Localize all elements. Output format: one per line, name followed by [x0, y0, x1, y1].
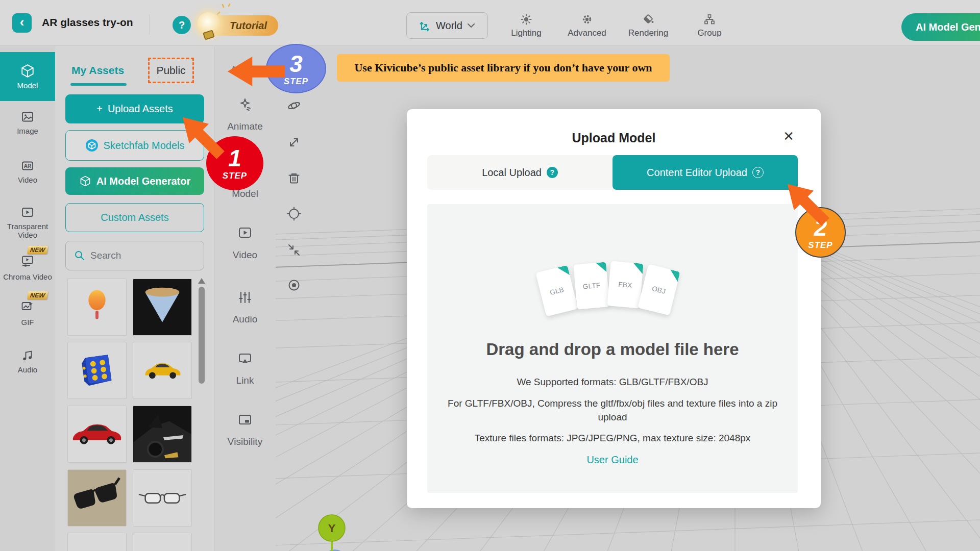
divider [150, 14, 150, 35]
asset-thumb-empty[interactable] [67, 533, 127, 551]
chevron-down-icon [467, 23, 475, 28]
image-icon [20, 110, 35, 124]
ar-badge-icon: AR [20, 159, 35, 173]
action-video[interactable]: Video [214, 226, 276, 261]
active-tab-underline [70, 83, 127, 86]
asset-thumb-cone[interactable] [133, 279, 192, 336]
asset-thumb-red-car[interactable] [67, 406, 127, 463]
asset-thumb-black-car[interactable] [133, 406, 192, 463]
ai-model-generator-button[interactable]: AI Model Generator [65, 167, 204, 195]
dropzone[interactable]: GLB GLTF FBX OBJ Drag and drop a model f… [427, 204, 798, 493]
upload-tabs: Local Upload ? Content Editor Upload ? [427, 155, 798, 190]
expand-button[interactable] [286, 135, 302, 150]
supported-formats-text: We Supported formats: GLB/GLTF/FBX/OBJ [427, 377, 798, 388]
asset-thumb-dice[interactable] [67, 342, 127, 399]
sidebar-item-audio[interactable]: Audio [0, 348, 55, 374]
tab-local-upload[interactable]: Local Upload ? [427, 155, 612, 190]
tutorial-tooltip: Use Kivicube’s public asset library if y… [337, 54, 670, 82]
play-video-icon [237, 226, 253, 241]
question-icon: ? [547, 167, 558, 178]
sidebar: Model Image AR Video Transparent Video N… [0, 46, 55, 551]
new-badge: NEW [27, 246, 48, 254]
close-icon: ✕ [783, 129, 794, 144]
play-video-icon [20, 205, 35, 219]
sketchfab-logo-icon [85, 139, 99, 152]
action-visibility[interactable]: Visibility [214, 412, 276, 447]
orbit-icon [286, 98, 302, 113]
texture-formats-text: Texture files formats: JPG/JPEG/PNG, max… [427, 433, 798, 444]
orbit-rotate-button[interactable] [286, 98, 302, 113]
search-icon [74, 250, 85, 261]
topbar: ‹ AR glasses try-on ? Tutorial World Lig… [0, 0, 980, 46]
ai-model-generator-topbar-button[interactable]: AI Model Generator [901, 13, 980, 41]
tab-my-assets[interactable]: My Assets [71, 64, 124, 77]
scrollbar-thumb[interactable] [199, 287, 205, 384]
action-link[interactable]: Link [214, 351, 276, 386]
tab-content-editor-upload[interactable]: Content Editor Upload ? [612, 155, 798, 190]
sidebar-item-transparent-video[interactable]: Transparent Video [0, 205, 55, 240]
delete-button[interactable] [286, 171, 302, 186]
question-icon: ? [752, 167, 764, 178]
asset-thumb-eyeglasses[interactable] [133, 469, 192, 527]
world-label: World [436, 20, 462, 32]
tab-public[interactable]: Public [148, 58, 194, 83]
upload-model-dialog: Upload Model ✕ Local Upload ? Content Ed… [407, 109, 821, 508]
world-space-dropdown[interactable]: World [406, 12, 488, 39]
page-title: AR glasses try-on [42, 16, 133, 29]
layout-visibility-icon [237, 412, 253, 428]
trash-icon [286, 171, 302, 186]
close-button[interactable]: ✕ [783, 129, 794, 144]
sidebar-item-chroma-video[interactable]: NEW Chroma Video [0, 254, 55, 282]
translate-gizmo[interactable]: Y [318, 515, 347, 551]
tool-lighting[interactable]: Lighting [496, 13, 557, 38]
asset-thumb-yellow-car[interactable] [133, 342, 192, 399]
focus-target-button[interactable] [286, 206, 302, 221]
asset-thumb-lantern[interactable] [67, 279, 127, 336]
asset-thumb-sunglasses[interactable] [67, 469, 127, 527]
tool-advanced[interactable]: Advanced [556, 13, 618, 38]
axis-icon [419, 19, 431, 32]
search-input[interactable] [90, 250, 195, 261]
cube-icon [79, 175, 91, 187]
scroll-up-icon[interactable] [198, 278, 205, 284]
cube-icon [20, 63, 35, 79]
tool-rendering[interactable]: Rendering [618, 13, 679, 38]
help-button[interactable]: ? [173, 16, 191, 34]
gizmo-y-label: Y [328, 522, 336, 535]
sun-icon [520, 13, 532, 26]
question-icon: ? [179, 19, 185, 31]
sidebar-item-image[interactable]: Image [0, 110, 55, 135]
collapse-icon [286, 242, 302, 258]
file-card-glb: GLB [535, 265, 578, 317]
file-card-fbx: FBX [607, 261, 643, 308]
sliders-icon [237, 290, 253, 305]
sidebar-item-ar-video[interactable]: AR Video [0, 159, 55, 184]
music-note-icon [20, 348, 35, 363]
action-audio[interactable]: Audio [214, 290, 276, 325]
eye-focus-button[interactable] [286, 278, 302, 293]
user-guide-link[interactable]: User Guide [427, 454, 798, 466]
tool-group[interactable]: Group [679, 13, 740, 38]
collapse-button[interactable] [286, 242, 302, 258]
zip-instructions-text: For GLTF/FBX/OBJ, Compress the gltf/fbx/… [439, 397, 786, 424]
lightbulb-icon [197, 12, 220, 36]
action-animate[interactable]: Animate [214, 97, 276, 132]
paint-bucket-icon [642, 13, 654, 26]
gif-icon [20, 299, 35, 314]
search-box [65, 241, 204, 270]
sidebar-item-model[interactable]: Model [0, 52, 55, 101]
sparkle-icon [215, 3, 236, 15]
new-badge: NEW [27, 291, 48, 299]
actions-column: Assets Animate Model Video Audio Link Vi… [214, 46, 276, 551]
hierarchy-icon [703, 13, 716, 26]
sparkle-icon [237, 97, 253, 112]
sidebar-item-gif[interactable]: NEW GIF [0, 299, 55, 327]
back-button[interactable]: ‹ [12, 13, 32, 33]
custom-assets-button[interactable]: Custom Assets [65, 203, 204, 232]
eye-icon [286, 278, 302, 293]
arrow-left-icon [226, 56, 286, 87]
plus-icon: + [96, 103, 103, 115]
asset-thumb-empty[interactable] [133, 533, 192, 551]
file-card-gltf: GLTF [573, 262, 609, 309]
chevron-left-icon: ‹ [20, 14, 24, 30]
